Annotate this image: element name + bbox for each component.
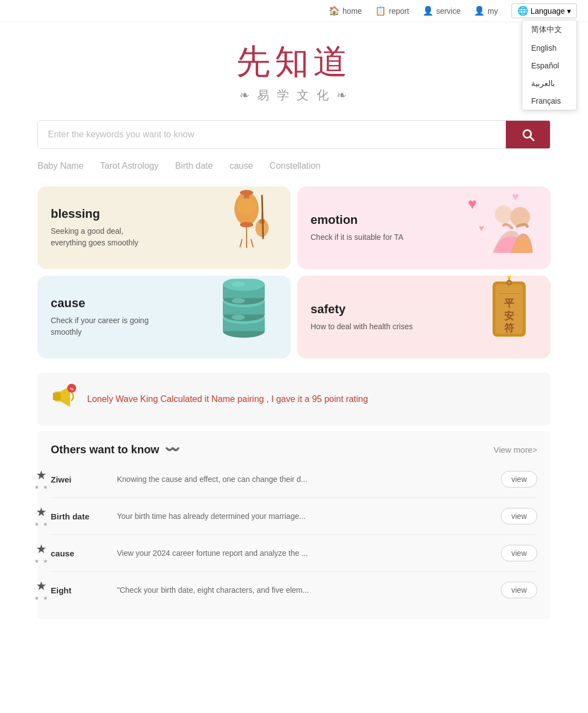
nav-service-label: service <box>436 7 461 15</box>
svg-line-8 <box>251 239 253 248</box>
others-header: Others want to know 〰️ View more> <box>51 442 537 457</box>
svg-point-27 <box>232 282 245 287</box>
svg-point-3 <box>240 222 253 228</box>
quick-links: Baby Name Tarot Astrology Birth date cau… <box>0 154 588 178</box>
promo-banner: % Lonely Wave King Calculated it Name pa… <box>38 373 550 426</box>
promo-text-1: Lonely Wave King Calculated it <box>87 394 209 404</box>
svg-text:平: 平 <box>504 298 515 309</box>
svg-text:♥: ♥ <box>468 195 477 212</box>
item-desc-birth: Your birth time has already determined y… <box>117 512 501 521</box>
quick-link-tarot[interactable]: Tarot Astrology <box>100 161 159 171</box>
view-more-button[interactable]: View more> <box>494 445 537 454</box>
quick-link-cause[interactable]: cause <box>229 161 253 171</box>
promo-text-3: I gave it a 95 point rating <box>271 394 368 404</box>
card-blessing-desc: Seeking a good deal, everything goes smo… <box>51 226 161 249</box>
item-desc-eight: "Check your birth date, eight characters… <box>117 586 501 594</box>
safety-image: 平 安 符 <box>479 276 539 358</box>
star-decoration: ★ ★ ★ <box>34 468 49 490</box>
star-decoration: ★ ★ ★ <box>34 542 49 564</box>
item-desc-cause: View your 2024 career fortune report and… <box>117 549 501 557</box>
item-view-btn-eight[interactable]: view <box>501 582 537 598</box>
list-item: ★ ★ ★ Eight "Check your birth date, eigh… <box>51 572 537 608</box>
card-emotion[interactable]: emotion Check if it is suitable for TA ♥… <box>297 186 550 269</box>
lang-option-ar[interactable]: بالعربية <box>522 74 576 92</box>
svg-point-5 <box>237 199 256 214</box>
nav-home-label: home <box>343 7 362 15</box>
nav-service[interactable]: 👤 service <box>423 6 461 16</box>
main-title: 先知道 <box>11 39 577 85</box>
svg-line-6 <box>240 239 242 248</box>
search-icon <box>520 127 536 142</box>
svg-text:♥: ♥ <box>479 223 484 233</box>
svg-text:♥: ♥ <box>512 190 519 203</box>
svg-point-2 <box>240 190 253 196</box>
card-safety-desc: How to deal with health crises <box>311 321 421 333</box>
card-cause-desc: Check if your career is going smoothly <box>51 315 161 338</box>
blessing-image <box>213 186 280 261</box>
list-items: ★ ★ ★ Ziwei Knowing the cause and effect… <box>51 461 537 608</box>
star-decoration: ★ ★ ★ <box>34 579 49 601</box>
header: 先知道 ❧ 易 学 文 化 ❧ <box>0 22 588 109</box>
nav-my[interactable]: 👤 my <box>474 6 498 16</box>
lang-option-zh[interactable]: 简体中文 <box>522 20 576 39</box>
promo-separator: , <box>266 394 271 404</box>
nav-report-label: report <box>389 7 409 15</box>
list-item: ★ ★ ★ cause View your 2024 career fortun… <box>51 535 537 572</box>
chevron-down-icon: ▾ <box>567 7 571 15</box>
item-view-btn-birth[interactable]: view <box>501 508 537 524</box>
svg-line-12 <box>262 195 263 239</box>
search-button[interactable] <box>506 121 550 148</box>
svg-text:安: 安 <box>504 310 514 321</box>
sub-title: ❧ 易 学 文 化 ❧ <box>11 87 577 104</box>
service-icon: 👤 <box>423 6 434 16</box>
card-cause[interactable]: cause Check if your career is going smoo… <box>38 276 291 358</box>
lang-option-en[interactable]: English <box>522 39 576 57</box>
others-title-text: Others want to know <box>51 443 159 456</box>
cards-grid: blessing Seeking a good deal, everything… <box>0 178 588 367</box>
promo-text-2: Name pairing <box>211 394 264 404</box>
emotion-image: ♥ ♥ ♥ <box>462 187 550 269</box>
nav-my-label: my <box>488 7 498 15</box>
svg-point-16 <box>495 206 512 223</box>
svg-point-28 <box>232 298 245 304</box>
cause-image <box>208 279 280 356</box>
home-icon: 🏠 <box>329 6 340 16</box>
list-item: ★ ★ ★ Ziwei Knowing the cause and effect… <box>51 461 537 498</box>
cloud-icon: 〰️ <box>165 442 180 457</box>
item-view-btn-cause[interactable]: view <box>501 545 537 561</box>
svg-text:符: 符 <box>504 323 515 334</box>
card-safety[interactable]: safety How to deal with health crises 平 … <box>297 276 550 358</box>
language-label: Language <box>531 7 565 15</box>
item-category-eight: Eight <box>51 586 117 595</box>
card-blessing[interactable]: blessing Seeking a good deal, everything… <box>38 186 291 269</box>
nav-report[interactable]: 📋 report <box>375 6 409 16</box>
svg-point-33 <box>507 281 511 285</box>
others-title: Others want to know 〰️ <box>51 442 180 457</box>
lang-option-fr[interactable]: Français <box>522 92 576 110</box>
star-decoration: ★ ★ ★ <box>34 505 49 527</box>
nav-home[interactable]: 🏠 home <box>329 6 362 16</box>
lang-option-es[interactable]: Español <box>522 57 576 74</box>
quick-link-birth-date[interactable]: Birth date <box>175 161 212 171</box>
search-input[interactable] <box>38 121 506 148</box>
svg-point-35 <box>507 276 511 278</box>
language-dropdown: 简体中文 English Español بالعربية Français <box>522 20 577 110</box>
quick-link-constellation[interactable]: Constellation <box>270 161 321 171</box>
my-icon: 👤 <box>474 6 485 16</box>
svg-point-29 <box>232 315 245 320</box>
promo-icon: % <box>51 383 78 416</box>
svg-text:%: % <box>70 387 73 392</box>
search-section <box>0 109 588 154</box>
report-icon: 📋 <box>375 6 386 16</box>
quick-link-baby-name[interactable]: Baby Name <box>38 161 84 171</box>
search-bar <box>38 120 550 149</box>
nav-bar: 🏠 home 📋 report 👤 service 👤 my 🌐 Languag… <box>0 0 588 22</box>
globe-icon: 🌐 <box>517 6 528 16</box>
others-section: Others want to know 〰️ View more> ★ ★ ★ … <box>38 431 550 619</box>
item-category-ziwei: Ziwei <box>51 475 117 484</box>
language-button[interactable]: 🌐 Language ▾ <box>511 3 577 18</box>
item-category-cause: cause <box>51 549 117 558</box>
card-emotion-desc: Check if it is suitable for TA <box>311 232 421 243</box>
item-view-btn-ziwei[interactable]: view <box>501 471 537 487</box>
promo-text: Lonely Wave King Calculated it Name pair… <box>87 394 368 404</box>
